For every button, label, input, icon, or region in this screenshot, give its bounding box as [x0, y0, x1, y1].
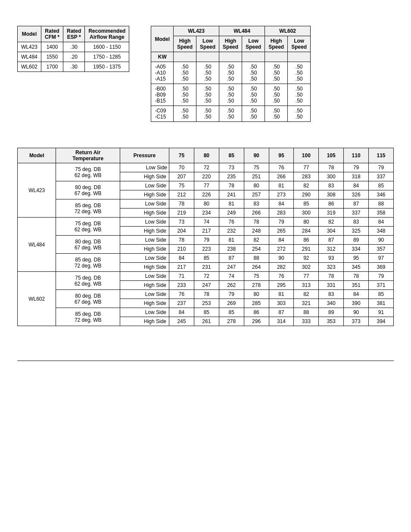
col-90: 90: [244, 148, 269, 163]
col-95: 95: [269, 148, 294, 163]
bottom-table: Model Return AirTemperature Pressure 75 …: [17, 148, 394, 326]
table-row: WL484 75 deg. DB62 deg. WB Low Side 73 7…: [18, 218, 394, 227]
col-high-speed-484: LowSpeed: [242, 36, 265, 52]
table-row: 80 deg. DB67 deg. WB Low Side 76 78 79 8…: [18, 290, 394, 299]
placeholder-6: [288, 52, 311, 62]
right-table: Model WL423 WL484 WL602 HighSpeed LowSpe…: [151, 26, 311, 122]
col-low-speed-423: HighSpeed: [219, 36, 242, 52]
table-row: 80 deg. DB67 deg. WB Low Side 78 79 81 8…: [18, 236, 394, 245]
col-kw: HighSpeed: [174, 36, 196, 52]
col-model-right: Model: [151, 26, 174, 52]
top-section: Model RatedCFM * RatedESP * RecommendedA…: [17, 26, 394, 122]
placeholder-5: [265, 52, 288, 62]
table-row: WL602 1700 .30 1950 - 1375: [18, 62, 129, 72]
col-105: 105: [319, 148, 344, 163]
placeholder-2: [196, 52, 219, 62]
table-row: WL602 75 deg. DB62 deg. WB Low Side 71 7…: [18, 272, 394, 281]
table-row: 85 deg. DB72 deg. WB Low Side 78 80 81 8…: [18, 199, 394, 208]
table-row: 85 deg. DB72 deg. WB Low Side 84 85 85 8…: [18, 308, 394, 317]
col-rated-cfm: RatedCFM *: [41, 26, 63, 42]
left-table: Model RatedCFM * RatedESP * RecommendedA…: [17, 26, 129, 72]
col-85: 85: [219, 148, 244, 163]
col-rated-esp: RatedESP *: [63, 26, 85, 42]
col-100: 100: [294, 148, 319, 163]
col-high-speed-423: LowSpeed: [196, 36, 219, 52]
col-model: Model: [18, 26, 41, 42]
col-75: 75: [169, 148, 194, 163]
col-wl602: WL602: [265, 26, 311, 36]
table-row: WL484 1550 .20 1750 - 1285: [18, 52, 129, 62]
col-model-b: Model: [18, 148, 56, 163]
col-115: 115: [369, 148, 394, 163]
placeholder-3: [219, 52, 242, 62]
bottom-section: Model Return AirTemperature Pressure 75 …: [17, 148, 394, 326]
table-row: WL423 1400 .30 1600 - 1150: [18, 42, 129, 52]
col-return-air: Return AirTemperature: [56, 148, 120, 163]
placeholder-4: [242, 52, 265, 62]
col-110: 110: [344, 148, 369, 163]
col-low-speed-484: HighSpeed: [265, 36, 288, 52]
table-row: -B00-B09-B15 .50.50.50 .50.50.50 .50.50.…: [151, 84, 311, 106]
table-row: -C09-C15 .50.50 .50.50 .50.50 .50.50 .50…: [151, 106, 311, 122]
col-pressure: Pressure: [120, 148, 169, 163]
placeholder-1: [174, 52, 196, 62]
col-kw-label: KW: [151, 52, 174, 62]
col-wl484: WL484: [219, 26, 265, 36]
table-row: 80 deg. DB67 deg. WB Low Side 75 77 78 8…: [18, 181, 394, 190]
col-airflow: RecommendedAirflow Range: [85, 26, 129, 42]
col-80: 80: [194, 148, 219, 163]
table-row: 85 deg. DB72 deg. WB Low Side 84 85 87 8…: [18, 254, 394, 263]
table-row: -A05-A10-A15 .50.50.50 .50.50.50 .50.50.…: [151, 62, 311, 84]
page-divider: [17, 361, 394, 361]
table-row: WL423 75 deg. DB62 deg. WB Low Side 70 7…: [18, 163, 394, 172]
col-high-speed-602: LowSpeed: [288, 36, 311, 52]
col-wl423: WL423: [174, 26, 219, 36]
